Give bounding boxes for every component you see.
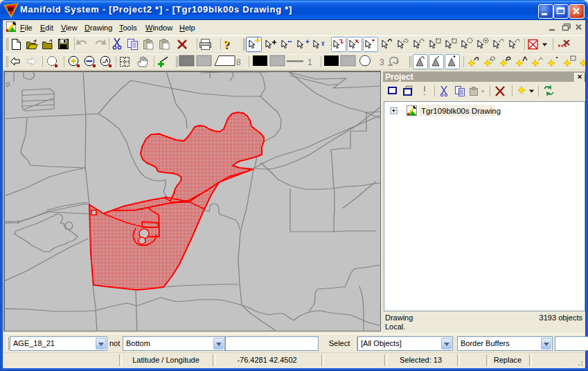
svg-text:8: 8 xyxy=(236,58,241,67)
svg-text:1: 1 xyxy=(308,58,312,67)
svg-text:ɣ: ɣ xyxy=(321,40,325,46)
svg-text:?: ? xyxy=(224,39,229,51)
svg-text:3: 3 xyxy=(380,58,384,67)
svg-text:Tgr109blk00s Drawing: Tgr109blk00s Drawing xyxy=(421,107,501,115)
svg-text:m: m xyxy=(8,6,13,12)
